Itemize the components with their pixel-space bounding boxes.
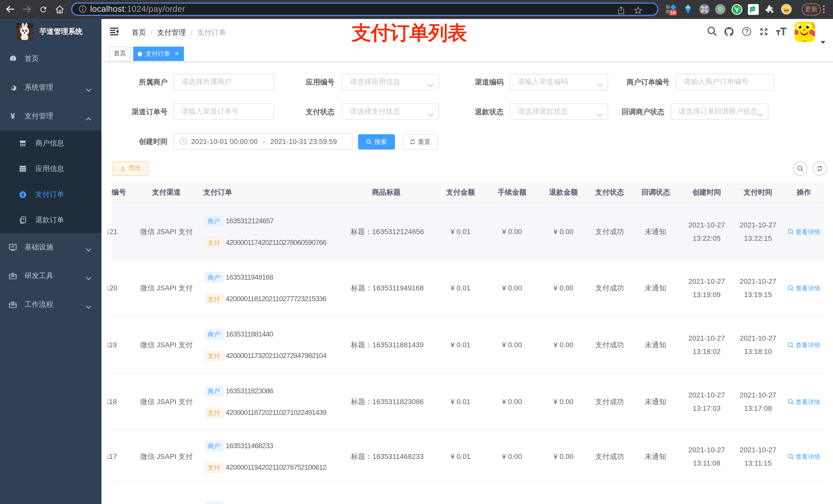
svg-text:10: 10 [670,10,675,16]
